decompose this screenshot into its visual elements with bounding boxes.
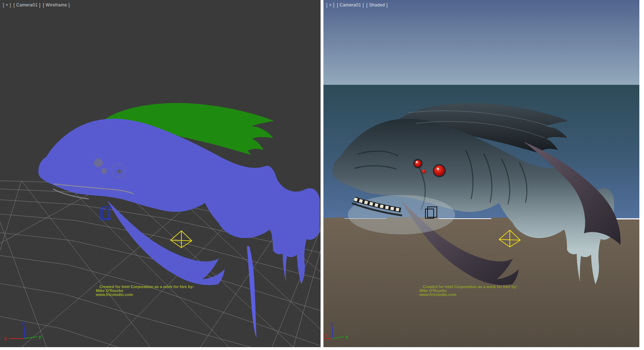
viewport-splitter[interactable] (321, 0, 323, 347)
camera-name-button[interactable]: [ Camera01 ] (14, 3, 40, 8)
fish-eye (434, 165, 445, 176)
camera-name-button[interactable]: [ Camera01 ] (337, 3, 364, 8)
viewport-menu-button[interactable]: [ + ] (3, 3, 11, 8)
fish-eye (422, 170, 426, 174)
fish-eye-center (117, 169, 121, 174)
sky (323, 0, 639, 85)
viewport-shaded[interactable]: x z y [ + ] [ Camera01 ] [ Shaded ] Crea… (323, 0, 639, 347)
axis-z-label: z (330, 321, 333, 326)
viewport-wireframe[interactable]: X Z y [ + ] [ Camera01 ] [ Wireframe ] C… (0, 0, 321, 347)
shading-mode-button[interactable]: [ Shaded ] (366, 3, 388, 8)
credit-text: Created for Intel Corporation as a work … (96, 285, 194, 297)
axis-gizmo: X Z y (4, 321, 41, 341)
fish-eye (414, 160, 421, 167)
axis-y-line (24, 337, 37, 339)
viewport-label: [ + ] [ Camera01 ] [ Shaded ] (326, 3, 389, 8)
wire-stipple-fin (107, 200, 225, 285)
fish-model-wireframe[interactable] (38, 103, 320, 338)
axis-z-label: Z (22, 321, 25, 326)
viewport-label: [ + ] [ Camera01 ] [ Wireframe ] (3, 3, 71, 8)
viewport-menu-button[interactable]: [ + ] (326, 3, 335, 8)
fish-eye-spot (94, 159, 103, 167)
credit-line-3: www.frizstudio.com (96, 293, 194, 297)
axis-y-label: y (346, 334, 348, 339)
bone-helper[interactable] (171, 231, 192, 248)
eye-highlight (437, 168, 439, 170)
credit-text: Created for Intel Corporation as a work … (419, 285, 517, 297)
axis-y-label: y (39, 334, 41, 339)
credit-line-3: www.frizstudio.com (419, 293, 517, 297)
axis-x-label: x (324, 332, 327, 337)
box-helper[interactable] (101, 207, 111, 220)
shading-mode-button[interactable]: [ Wireframe ] (43, 3, 70, 8)
eye-highlight (416, 161, 418, 163)
dual-viewport-workspace: X Z y [ + ] [ Camera01 ] [ Wireframe ] C… (0, 0, 644, 350)
fish-eye-spot (101, 168, 107, 174)
axis-x-label: X (4, 336, 7, 341)
fin-spike[interactable] (247, 246, 257, 338)
